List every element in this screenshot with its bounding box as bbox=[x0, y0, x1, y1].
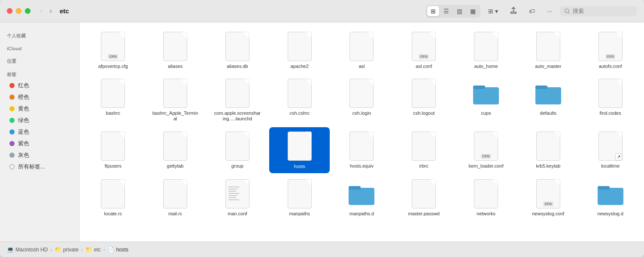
file-item[interactable]: find.codes bbox=[580, 74, 641, 125]
file-icon bbox=[286, 178, 313, 209]
file-item[interactable]: irbrc bbox=[394, 127, 454, 173]
file-item[interactable]: networks bbox=[456, 175, 516, 220]
file-label: bashrc bbox=[106, 110, 120, 116]
sidebar-item-red[interactable]: 红色 bbox=[3, 80, 76, 91]
minimize-button[interactable] bbox=[16, 8, 21, 14]
sidebar-item-blue[interactable]: 蓝色 bbox=[3, 126, 76, 138]
file-item[interactable]: locate.rc bbox=[83, 175, 143, 220]
search-input[interactable] bbox=[573, 8, 633, 14]
file-item[interactable]: csh.login bbox=[331, 74, 392, 125]
file-item[interactable]: ftpusers bbox=[83, 127, 143, 173]
app-grid-button[interactable]: ⊞ ▾ bbox=[484, 5, 502, 17]
sidebar-section-favorites: 个人收藏 bbox=[0, 31, 79, 41]
file-item[interactable]: apache2 bbox=[269, 28, 330, 73]
forward-button[interactable]: › bbox=[47, 5, 55, 17]
file-label: aliases bbox=[168, 64, 182, 69]
file-item[interactable]: CFGafpovertcp.cfg bbox=[83, 28, 143, 73]
search-box[interactable] bbox=[560, 6, 637, 16]
file-item[interactable]: CFGasl.conf bbox=[394, 28, 454, 73]
sidebar-item-gray[interactable]: 灰色 bbox=[3, 150, 76, 161]
file-label: newsyslog.d bbox=[597, 211, 623, 217]
file-icon bbox=[597, 178, 624, 209]
icon-view-button[interactable]: ⊞ bbox=[427, 6, 439, 16]
breadcrumb-private-label: private bbox=[63, 247, 79, 253]
file-icon bbox=[348, 31, 375, 62]
file-item[interactable]: master.passwd bbox=[394, 175, 454, 220]
file-item[interactable]: hosts bbox=[269, 127, 330, 173]
file-item[interactable]: group bbox=[207, 127, 268, 173]
file-label: manpaths bbox=[289, 211, 310, 217]
list-view-button[interactable]: ☰ bbox=[440, 6, 453, 16]
file-item[interactable]: auto_master bbox=[518, 28, 578, 73]
breadcrumb-etc[interactable]: 📁 etc bbox=[85, 246, 101, 253]
file-label: hosts bbox=[292, 163, 307, 170]
traffic-lights bbox=[7, 8, 30, 14]
file-item[interactable]: manpaths.d bbox=[331, 175, 392, 220]
green-dot-icon bbox=[9, 118, 15, 123]
back-button[interactable]: ‹ bbox=[37, 5, 45, 17]
svg-rect-2 bbox=[473, 87, 499, 104]
file-label: auto_home bbox=[474, 64, 498, 69]
nav-buttons: ‹ › bbox=[37, 5, 55, 17]
sidebar-item-purple[interactable]: 紫色 bbox=[3, 138, 76, 149]
file-item[interactable]: csh.logout bbox=[394, 74, 454, 125]
file-item[interactable]: auto_home bbox=[456, 28, 516, 73]
file-label: irbrc bbox=[419, 163, 428, 169]
file-item[interactable]: gettytab bbox=[145, 127, 206, 173]
sidebar-item-yellow[interactable]: 黄色 bbox=[3, 103, 76, 114]
file-label: autofs.conf bbox=[599, 64, 622, 69]
file-item[interactable]: CFGautofs.conf bbox=[580, 28, 641, 73]
sidebar: 个人收藏 iCloud 位置 标签 红色 橙色 黄色 绿色 bbox=[0, 22, 79, 242]
file-item[interactable]: ↗localtime bbox=[580, 127, 641, 173]
close-button[interactable] bbox=[7, 8, 12, 14]
file-item[interactable]: defaults bbox=[518, 74, 578, 125]
breadcrumb-private[interactable]: 📁 private bbox=[55, 246, 79, 253]
column-view-button[interactable]: ▥ bbox=[453, 6, 466, 16]
file-label: com.apple.screensharing.....launchd bbox=[214, 110, 261, 122]
file-item[interactable]: asl bbox=[331, 28, 392, 73]
file-item[interactable]: man.conf bbox=[207, 175, 268, 220]
file-icon bbox=[286, 131, 313, 162]
sidebar-item-orange[interactable]: 橙色 bbox=[3, 92, 76, 103]
gallery-view-button[interactable]: ▦ bbox=[467, 6, 479, 16]
file-item[interactable]: bashrc_Apple_Terminal bbox=[145, 74, 206, 125]
file-label: localtime bbox=[601, 163, 620, 169]
file-label: asl bbox=[358, 64, 365, 69]
svg-rect-6 bbox=[349, 188, 374, 205]
breadcrumb-macintosh-hd[interactable]: 💻 Macintosh HD bbox=[7, 246, 48, 253]
sidebar-item-green[interactable]: 绿色 bbox=[3, 115, 76, 126]
file-label: hosts.equiv bbox=[350, 163, 374, 169]
tag-button[interactable]: 🏷 bbox=[525, 5, 539, 17]
more-button[interactable]: ··· bbox=[543, 5, 556, 17]
statusbar: 💻 Macintosh HD › 📁 private › 📁 etc › 📄 h… bbox=[0, 242, 644, 257]
file-icon: CFG bbox=[99, 31, 127, 62]
file-item[interactable]: krb5.keytab bbox=[518, 127, 578, 173]
file-icon bbox=[535, 131, 562, 162]
file-item[interactable]: aliases bbox=[145, 28, 206, 73]
svg-rect-4 bbox=[535, 87, 561, 104]
file-label: manpaths.d bbox=[349, 211, 374, 217]
file-item[interactable]: cups bbox=[456, 74, 516, 125]
file-icon bbox=[410, 131, 437, 162]
file-label: man.conf bbox=[228, 211, 247, 217]
file-item[interactable]: bashrc bbox=[83, 74, 143, 125]
file-item[interactable]: mail.rc bbox=[145, 175, 206, 220]
file-icon bbox=[286, 78, 313, 109]
file-item[interactable]: CFGnewsyslog.conf bbox=[518, 175, 578, 220]
sidebar-item-all-tags[interactable]: 所有标签... bbox=[3, 161, 76, 172]
file-item[interactable]: csh.cshrc bbox=[269, 74, 330, 125]
file-item[interactable]: com.apple.screensharing.....launchd bbox=[207, 74, 268, 125]
sidebar-section-locations: 位置 bbox=[0, 56, 79, 66]
file-label: group bbox=[231, 163, 243, 169]
file-item[interactable]: manpaths bbox=[269, 175, 330, 220]
file-item[interactable]: hosts.equiv bbox=[331, 127, 392, 173]
file-item[interactable]: CFGkern_loader.conf bbox=[456, 127, 516, 173]
file-icon bbox=[472, 178, 500, 209]
share-button[interactable] bbox=[506, 4, 521, 18]
file-item[interactable]: aliases.db bbox=[207, 28, 268, 73]
file-icon bbox=[535, 78, 562, 109]
sidebar-item-yellow-label: 黄色 bbox=[18, 105, 29, 113]
maximize-button[interactable] bbox=[25, 8, 30, 14]
file-item[interactable]: newsyslog.d bbox=[580, 175, 641, 220]
file-icon bbox=[348, 178, 375, 209]
